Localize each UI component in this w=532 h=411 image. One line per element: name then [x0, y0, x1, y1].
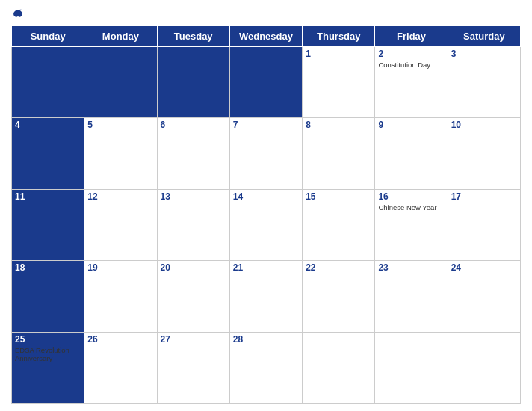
calendar-cell	[84, 47, 157, 118]
day-number: 10	[451, 120, 517, 130]
day-number: 12	[87, 191, 153, 202]
week-row-2: 111213141516Chinese New Year17	[12, 189, 521, 260]
calendar-cell: 27	[157, 332, 229, 403]
event-text: Constitution Day	[378, 61, 444, 69]
day-number: 16	[378, 191, 444, 202]
calendar-cell	[375, 332, 448, 403]
day-header-tuesday: Tuesday	[157, 26, 229, 47]
calendar-cell	[448, 332, 520, 403]
calendar-body: 12Constitution Day345678910111213141516C…	[12, 47, 521, 404]
day-header-thursday: Thursday	[303, 26, 375, 47]
calendar-header	[11, 7, 521, 21]
calendar-cell: 8	[303, 118, 375, 189]
week-row-1: 45678910	[12, 118, 521, 189]
calendar-cell: 17	[448, 189, 520, 260]
day-number: 7	[233, 120, 299, 130]
calendar-cell: 18	[12, 261, 84, 332]
logo	[11, 7, 26, 21]
calendar-cell: 25EDSA Revolution Anniversary	[12, 332, 84, 403]
day-number: 6	[161, 120, 226, 130]
day-header-saturday: Saturday	[448, 26, 520, 47]
day-header-friday: Friday	[375, 26, 448, 47]
day-number: 1	[306, 49, 371, 59]
calendar-cell: 19	[84, 261, 157, 332]
calendar-cell: 2Constitution Day	[375, 47, 448, 118]
calendar-cell: 14	[229, 189, 302, 260]
day-number: 26	[87, 334, 153, 344]
logo-blue-text	[11, 7, 26, 21]
day-number: 22	[306, 262, 371, 273]
calendar-cell: 10	[448, 118, 520, 189]
day-number: 17	[451, 191, 517, 202]
day-number: 11	[15, 191, 81, 202]
days-header-row: SundayMondayTuesdayWednesdayThursdayFrid…	[12, 26, 521, 47]
event-text: EDSA Revolution Anniversary	[15, 346, 81, 363]
calendar-cell: 24	[448, 261, 520, 332]
week-row-4: 25EDSA Revolution Anniversary262728	[12, 332, 521, 403]
calendar-cell: 28	[229, 332, 302, 403]
calendar-page: SundayMondayTuesdayWednesdayThursdayFrid…	[0, 0, 532, 411]
day-number: 8	[306, 120, 371, 130]
day-number: 24	[451, 262, 517, 273]
day-number: 3	[451, 49, 517, 59]
logo-bird-icon	[11, 7, 25, 21]
calendar-cell: 4	[12, 118, 84, 189]
day-number: 18	[15, 262, 81, 273]
week-row-3: 18192021222324	[12, 261, 521, 332]
day-header-sunday: Sunday	[12, 26, 84, 47]
calendar-table: SundayMondayTuesdayWednesdayThursdayFrid…	[11, 25, 521, 404]
calendar-cell: 11	[12, 189, 84, 260]
day-number: 21	[233, 262, 299, 273]
event-text: Chinese New Year	[378, 203, 444, 211]
calendar-cell: 12	[84, 189, 157, 260]
calendar-cell: 13	[157, 189, 229, 260]
calendar-cell: 5	[84, 118, 157, 189]
calendar-cell: 15	[303, 189, 375, 260]
calendar-cell: 16Chinese New Year	[375, 189, 448, 260]
calendar-cell: 9	[375, 118, 448, 189]
calendar-cell: 3	[448, 47, 520, 118]
day-number: 19	[87, 262, 153, 273]
day-number: 23	[378, 262, 444, 273]
calendar-cell: 6	[157, 118, 229, 189]
week-row-0: 12Constitution Day3	[12, 47, 521, 118]
day-number: 25	[15, 334, 81, 344]
calendar-cell: 22	[303, 261, 375, 332]
day-header-monday: Monday	[84, 26, 157, 47]
day-number: 9	[378, 120, 444, 130]
day-number: 15	[306, 191, 371, 202]
calendar-cell	[229, 47, 302, 118]
day-number: 13	[161, 191, 226, 202]
calendar-cell: 20	[157, 261, 229, 332]
calendar-cell	[12, 47, 84, 118]
day-number: 4	[15, 120, 81, 130]
day-header-wednesday: Wednesday	[229, 26, 302, 47]
calendar-cell: 1	[303, 47, 375, 118]
calendar-cell: 7	[229, 118, 302, 189]
day-number: 20	[161, 262, 226, 273]
calendar-cell	[303, 332, 375, 403]
day-number: 5	[87, 120, 153, 130]
day-number: 2	[378, 49, 444, 59]
day-number: 14	[233, 191, 299, 202]
day-number: 27	[161, 334, 226, 344]
day-number: 28	[233, 334, 299, 344]
calendar-cell: 23	[375, 261, 448, 332]
calendar-cell: 26	[84, 332, 157, 403]
calendar-cell: 21	[229, 261, 302, 332]
calendar-cell	[157, 47, 229, 118]
